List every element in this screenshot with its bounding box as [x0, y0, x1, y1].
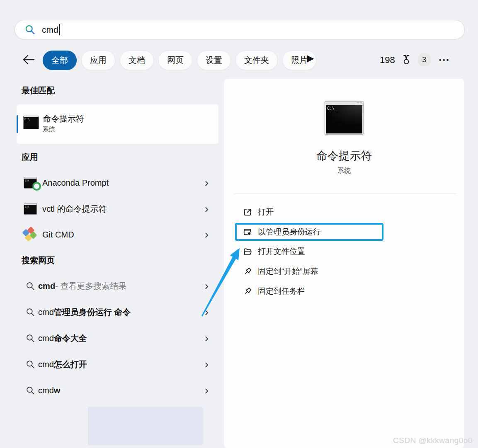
text-caret: [59, 24, 60, 35]
search-suggestion-icon: [22, 308, 38, 317]
action-run-as-admin-highlighted[interactable]: 以管理员身份运行: [235, 223, 383, 241]
list-item-git-cmd[interactable]: Git CMD ›: [17, 224, 218, 245]
chevron-right-icon[interactable]: ›: [205, 332, 209, 344]
overflow-menu-icon[interactable]: •••: [439, 56, 450, 64]
search-suggestion-icon: [22, 360, 38, 369]
web-suggestion[interactable]: cmdw ›: [17, 380, 218, 401]
tab-web[interactable]: 网页: [158, 51, 192, 70]
chevron-right-icon[interactable]: ›: [205, 358, 209, 370]
admin-shield-icon: [243, 227, 252, 237]
web-search-heading: 搜索网页: [22, 255, 55, 266]
back-button[interactable]: [22, 53, 36, 66]
filter-tabs: 全部 应用 文档 网页 设置 文件夹 照片: [43, 51, 316, 70]
chevron-right-icon[interactable]: ›: [205, 280, 209, 292]
pin-icon: [243, 286, 252, 296]
web-suggestion[interactable]: cmd怎么打开 ›: [17, 354, 218, 375]
preview-subtitle: 系统: [224, 167, 464, 175]
best-match-heading: 最佳匹配: [22, 85, 55, 96]
search-suggestion-icon: [22, 386, 38, 395]
action-pin-to-taskbar[interactable]: 固定到任务栏: [235, 282, 442, 300]
cmd-terminal-large-icon: C:\_: [325, 101, 364, 135]
cmd-terminal-icon: C:\: [23, 116, 39, 129]
rewards-count[interactable]: 198: [380, 55, 395, 65]
search-input[interactable]: cmd: [42, 25, 58, 35]
divider: [234, 194, 456, 194]
best-match-title: 命令提示符: [43, 113, 84, 124]
tab-apps[interactable]: 应用: [81, 51, 115, 70]
tab-documents[interactable]: 文档: [120, 51, 154, 70]
pin-icon: [243, 266, 252, 276]
tab-all[interactable]: 全部: [43, 51, 77, 70]
notification-badge[interactable]: 3: [417, 53, 431, 67]
best-match-result[interactable]: C:\ 命令提示符 系统: [17, 104, 218, 144]
action-open-file-location[interactable]: 打开文件位置: [235, 242, 442, 261]
chevron-right-icon[interactable]: ›: [205, 385, 209, 396]
preview-panel: C:\_ 命令提示符 系统 打开 以管理员身份运行: [224, 79, 464, 448]
more-tabs-icon[interactable]: ▶: [307, 53, 314, 63]
windows-search-flyout: cmd 全部 应用 文档 网页 设置 文件夹 照片 ▶ 198 3 ••• 最佳…: [0, 0, 478, 448]
rewards-medal-icon[interactable]: [400, 54, 412, 66]
tab-folders[interactable]: 文件夹: [235, 51, 278, 70]
apps-heading: 应用: [22, 152, 38, 163]
watermark: CSDN @kkkwang0o0: [393, 436, 473, 445]
selection-accent-bar: [17, 115, 18, 133]
anaconda-ring-icon: [32, 182, 41, 191]
arrow-left-icon: [22, 53, 36, 66]
preview-title: 命令提示符: [224, 148, 464, 163]
anaconda-prompt-icon: C:\: [22, 177, 38, 189]
action-pin-to-start[interactable]: 固定到“开始”屏幕: [235, 262, 442, 281]
chevron-right-icon[interactable]: ›: [205, 203, 209, 215]
open-external-icon: [243, 207, 252, 217]
git-cmd-icon: [22, 227, 38, 242]
topbar-right-cluster: 198 3 •••: [380, 51, 450, 69]
search-icon: [24, 24, 36, 35]
folder-icon: [243, 247, 252, 257]
web-suggestion[interactable]: cmd命令大全 ›: [17, 327, 218, 349]
chevron-right-icon[interactable]: ›: [205, 177, 209, 189]
chevron-right-icon[interactable]: ›: [205, 306, 209, 318]
search-suggestion-icon: [22, 334, 38, 343]
web-suggestion[interactable]: cmd - 查看更多搜索结果 ›: [17, 275, 218, 297]
web-suggestion[interactable]: cmd管理员身份运行 命令 ›: [17, 301, 218, 323]
list-item-anaconda-prompt[interactable]: C:\ Anaconda Prompt ›: [17, 172, 218, 194]
tab-settings[interactable]: 设置: [197, 51, 231, 70]
cmd-terminal-icon: C:\: [22, 203, 38, 215]
search-suggestion-icon: [22, 281, 38, 291]
background-tint: [88, 407, 203, 445]
best-match-subtitle: 系统: [43, 126, 55, 133]
chevron-right-icon[interactable]: ›: [205, 229, 209, 240]
action-open[interactable]: 打开: [235, 203, 442, 221]
list-item-vctl-cmd[interactable]: C:\ vctl 的命令提示符 ›: [17, 198, 218, 220]
search-bar[interactable]: cmd: [15, 20, 465, 39]
